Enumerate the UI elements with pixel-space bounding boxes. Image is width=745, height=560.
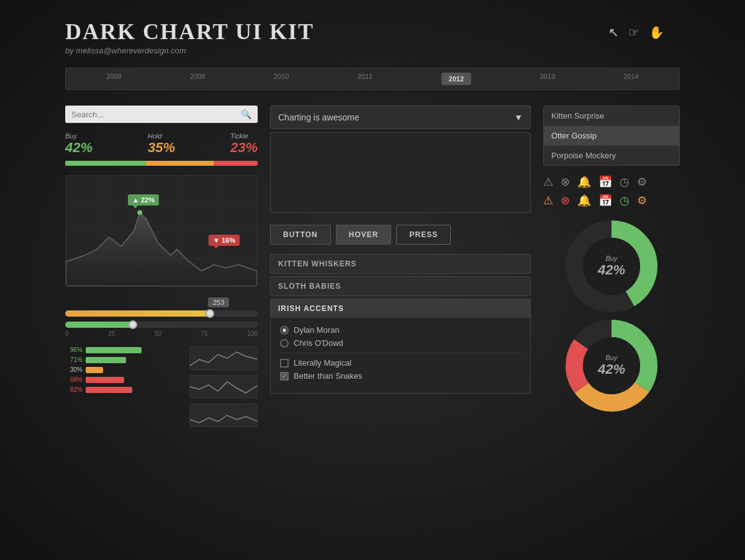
- donut-2-label: Buy 42%: [598, 354, 625, 377]
- sparkline-2: [189, 375, 258, 399]
- progress-red: [214, 161, 258, 166]
- cancel-icon-gray[interactable]: ⊗: [561, 175, 570, 189]
- icon-row-1: ⚠ ⊗ 🔔 📅 ◷ ⚙: [543, 175, 680, 189]
- right-column: Kitten Surprise Otter Gossip Porpoise Mo…: [543, 106, 680, 432]
- timeline-year-2012[interactable]: 2012: [441, 73, 471, 85]
- stat-tickle-label: Tickle: [230, 132, 258, 140]
- bar-pct-5: 82%: [65, 386, 83, 393]
- right-dropdown-item-3[interactable]: Porpoise Mockery: [544, 146, 679, 165]
- page-title: DARK CHART UI KIT: [65, 19, 680, 45]
- right-dropdown-item-1[interactable]: Kitten Surprise: [544, 106, 679, 126]
- clock-icon-color[interactable]: ◷: [620, 194, 630, 207]
- stats-row: Buy 42% Hold 35% Tickle 23%: [65, 132, 258, 156]
- button-default[interactable]: BUTTON: [270, 225, 331, 245]
- progress-bar: [65, 161, 258, 166]
- bar-fill-3: [86, 367, 103, 373]
- check-item-2[interactable]: Better than Snakes: [280, 371, 521, 381]
- sparkline-svg-3: [190, 404, 258, 427]
- slider-green-track[interactable]: [65, 322, 258, 328]
- timeline-year-2008[interactable]: 2008: [106, 73, 121, 85]
- donut-chart-1: Buy 42%: [562, 217, 661, 316]
- stat-hold-label: Hold: [148, 132, 175, 140]
- dropdown-arrow-icon: ▼: [514, 112, 523, 122]
- radio-item-2[interactable]: Chris O'Dowd: [280, 338, 521, 348]
- hand-cursor-icon: ☞: [628, 25, 639, 40]
- accordion-header-3[interactable]: IRISH ACCENTS: [271, 299, 530, 318]
- left-column: 🔍 Buy 42% Hold 35% Tickle 23%: [65, 106, 258, 432]
- gear-icon-gray[interactable]: ⚙: [637, 175, 647, 189]
- progress-green: [65, 161, 146, 166]
- bar-fill-5: [86, 387, 132, 393]
- check-item-1[interactable]: Literally Magical: [280, 358, 521, 368]
- accordion-content-3: Dylan Moran Chris O'Dowd Literally: [271, 318, 530, 393]
- radio-item-1[interactable]: Dylan Moran: [280, 325, 521, 335]
- bar-pct-1: 96%: [65, 346, 83, 353]
- slider-label-0: 0: [65, 330, 69, 337]
- slider-orange-thumb[interactable]: [205, 309, 214, 318]
- timeline: 2008 2009 2010 2011 2012 2013 2014: [65, 68, 680, 90]
- sparkline-svg-1: [190, 347, 258, 369]
- calendar-icon-color[interactable]: 📅: [598, 194, 612, 207]
- chart-tooltip-up: ▲ 22%: [128, 194, 159, 205]
- search-icon: 🔍: [241, 109, 251, 119]
- accordion-item-2: SLOTH BABIES: [270, 276, 531, 296]
- radio-group: Dylan Moran Chris O'Dowd: [280, 325, 521, 348]
- timeline-year-2011[interactable]: 2011: [358, 73, 372, 85]
- radio-circle-2: [280, 339, 289, 348]
- bar-row-5: 82%: [65, 386, 180, 393]
- accordion-header-1[interactable]: KITTEN WHISKERS: [271, 255, 530, 273]
- donut-1-value: 42%: [598, 262, 625, 278]
- accordion-item-3: IRISH ACCENTS Dylan Moran Chris O'Dowd: [270, 299, 531, 394]
- slider-label-50: 50: [155, 330, 161, 337]
- timeline-year-2013[interactable]: 2013: [540, 73, 554, 85]
- search-container: 🔍: [65, 106, 258, 123]
- chart-area: ▲ 22% ▼ 16%: [65, 175, 258, 287]
- accordion-header-2[interactable]: SLOTH BABIES: [271, 277, 530, 296]
- warning-icon-color[interactable]: ⚠: [543, 194, 553, 207]
- slider-green-thumb[interactable]: [129, 320, 137, 329]
- chart-tooltip-down: ▼ 16%: [209, 235, 240, 246]
- timeline-year-2009[interactable]: 2009: [190, 73, 205, 85]
- bell-icon-gray[interactable]: 🔔: [577, 175, 591, 189]
- stat-tickle: Tickle 23%: [230, 132, 258, 156]
- warning-icon-gray[interactable]: ⚠: [543, 175, 553, 189]
- bar-row-2: 71%: [65, 356, 180, 363]
- slider-label-25: 25: [108, 330, 115, 337]
- sparkline-3: [189, 404, 258, 427]
- bell-icon-color[interactable]: 🔔: [577, 194, 591, 207]
- page-subtitle: by melissa@whereverdesign.com: [65, 46, 680, 55]
- radio-label-2: Chris O'Dowd: [294, 338, 343, 348]
- timeline-year-2010[interactable]: 2010: [274, 73, 289, 85]
- bar-pct-3: 30%: [65, 366, 83, 373]
- bar-row-1: 96%: [65, 346, 180, 353]
- gear-icon-color[interactable]: ⚙: [637, 194, 647, 207]
- button-hover[interactable]: HOVER: [336, 225, 392, 245]
- right-dropdown-item-2[interactable]: Otter Gossip: [544, 126, 679, 146]
- bar-fill-2: [86, 357, 126, 363]
- slider-section: 253 0 25 50 75 100: [65, 296, 258, 337]
- dropdown-value: Charting is awesome: [278, 112, 359, 122]
- slider-label-100: 100: [247, 330, 258, 337]
- check-label-2: Better than Snakes: [294, 371, 363, 381]
- progress-orange: [146, 161, 214, 166]
- svg-point-8: [137, 210, 142, 215]
- text-area[interactable]: [270, 132, 531, 213]
- divider: [280, 353, 521, 353]
- calendar-icon-gray[interactable]: 📅: [598, 175, 612, 189]
- timeline-year-2014[interactable]: 2014: [623, 73, 638, 85]
- donut-2-value: 42%: [598, 361, 625, 377]
- stat-buy-value: 42%: [65, 140, 93, 156]
- check-square-2: [280, 372, 289, 381]
- slider-orange-track[interactable]: [65, 310, 258, 317]
- bottom-left: 96% 71% 30% 68% 82%: [65, 346, 258, 432]
- clock-icon-gray[interactable]: ◷: [620, 175, 630, 189]
- search-input[interactable]: [71, 110, 241, 119]
- check-group: Literally Magical Better than Snakes: [280, 358, 521, 381]
- donut-1-text: Buy: [598, 255, 625, 262]
- dropdown-box[interactable]: Charting is awesome ▼: [270, 106, 531, 129]
- cancel-icon-color[interactable]: ⊗: [561, 194, 570, 207]
- donut-1-label: Buy 42%: [598, 255, 625, 278]
- bar-chart: 96% 71% 30% 68% 82%: [65, 346, 180, 432]
- button-press[interactable]: PRESS: [396, 225, 451, 245]
- dropdown-selected[interactable]: Charting is awesome ▼: [271, 106, 530, 129]
